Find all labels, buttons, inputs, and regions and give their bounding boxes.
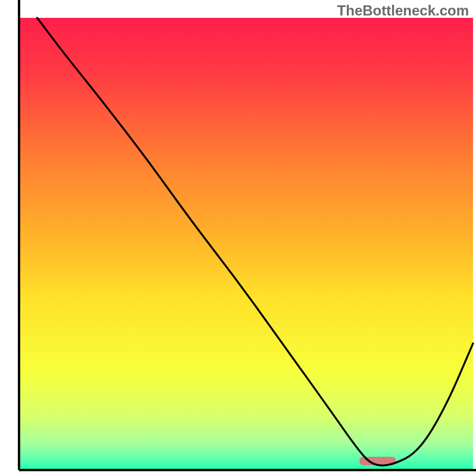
bottleneck-chart: TheBottleneck.com: [0, 0, 476, 476]
chart-svg: [0, 0, 476, 476]
watermark-text: TheBottleneck.com: [337, 2, 469, 19]
plot-background: [19, 18, 473, 470]
